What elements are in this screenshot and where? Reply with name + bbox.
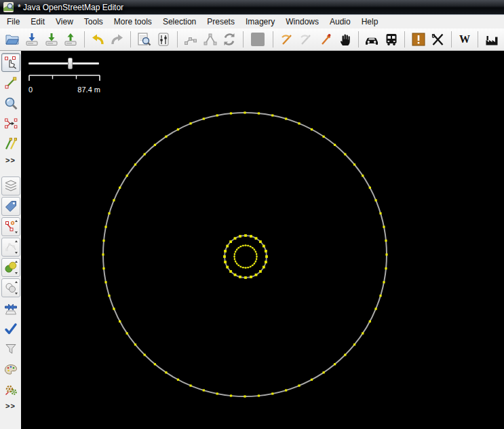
menu-audio[interactable]: Audio xyxy=(324,16,356,28)
hand-icon[interactable] xyxy=(335,30,355,50)
way-node[interactable] xyxy=(223,255,226,258)
hazard-icon[interactable] xyxy=(408,30,428,50)
preferences-icon[interactable] xyxy=(154,30,174,50)
way-node[interactable] xyxy=(344,153,346,155)
way-node[interactable] xyxy=(230,112,232,114)
menu-tools[interactable]: Tools xyxy=(79,16,109,28)
way-node[interactable] xyxy=(102,253,104,255)
way-node[interactable] xyxy=(245,244,246,246)
middle-way-circle[interactable] xyxy=(223,234,268,279)
way-node[interactable] xyxy=(252,265,253,266)
way-node[interactable] xyxy=(271,392,273,394)
zoom-slider-track[interactable] xyxy=(28,62,99,64)
way-node[interactable] xyxy=(134,343,136,346)
inner-way-circle[interactable] xyxy=(233,244,257,268)
menu-help[interactable]: Help xyxy=(356,16,384,28)
split-way-icon[interactable] xyxy=(200,30,220,50)
way-node[interactable] xyxy=(177,379,179,381)
way-node[interactable] xyxy=(369,320,371,322)
way-node[interactable] xyxy=(226,266,229,269)
way-node[interactable] xyxy=(374,307,376,310)
way-node[interactable] xyxy=(126,333,128,335)
menu-view[interactable]: View xyxy=(50,16,79,28)
way-node[interactable] xyxy=(229,270,232,273)
way-node[interactable] xyxy=(259,270,262,273)
way-node[interactable] xyxy=(244,234,247,237)
way-node[interactable] xyxy=(255,274,258,276)
relations-dialog-button[interactable] xyxy=(1,238,20,257)
way-node[interactable] xyxy=(238,247,239,248)
menu-file[interactable]: File xyxy=(1,16,25,28)
way-node[interactable] xyxy=(236,249,237,250)
way-node[interactable] xyxy=(113,307,115,310)
way-node[interactable] xyxy=(216,114,218,116)
way-node[interactable] xyxy=(108,295,110,297)
palette-dialog-button[interactable] xyxy=(1,360,20,379)
way-node[interactable] xyxy=(144,153,146,155)
map-view[interactable]: 0 87.4 m xyxy=(21,51,504,429)
way-node[interactable] xyxy=(265,261,267,263)
way-node[interactable] xyxy=(234,274,237,276)
car-icon[interactable] xyxy=(362,30,382,50)
way-node[interactable] xyxy=(252,247,253,248)
layers-dialog-button[interactable] xyxy=(1,176,20,195)
way-node[interactable] xyxy=(263,266,265,269)
way-node[interactable] xyxy=(353,164,355,166)
way-node[interactable] xyxy=(165,371,167,373)
way-node[interactable] xyxy=(334,144,336,146)
more-edit-tools-button[interactable]: >> xyxy=(5,155,16,166)
way-node[interactable] xyxy=(263,245,265,248)
way-node[interactable] xyxy=(216,392,218,394)
way-node[interactable] xyxy=(165,136,167,138)
way-node[interactable] xyxy=(244,276,247,279)
factory-icon[interactable] xyxy=(482,30,501,50)
dialog-spinner[interactable] xyxy=(14,220,19,234)
way-node[interactable] xyxy=(250,235,252,238)
way-node[interactable] xyxy=(323,371,325,373)
way-node[interactable] xyxy=(229,240,232,243)
way-node[interactable] xyxy=(134,164,136,166)
dialog-spinner[interactable] xyxy=(14,261,19,274)
way-node[interactable] xyxy=(126,174,128,176)
way-node[interactable] xyxy=(242,267,244,268)
titlebar[interactable]: * Java OpenStreetMap Editor xyxy=(0,0,504,15)
way-node[interactable] xyxy=(385,267,387,269)
menu-imagery[interactable]: Imagery xyxy=(240,16,280,28)
way-node[interactable] xyxy=(250,276,252,278)
way-node[interactable] xyxy=(255,251,256,253)
way-node[interactable] xyxy=(265,255,268,258)
redo-icon[interactable] xyxy=(107,30,127,50)
way-node[interactable] xyxy=(255,261,256,262)
way-node[interactable] xyxy=(256,259,257,260)
way-node[interactable] xyxy=(271,114,273,116)
way-node[interactable] xyxy=(239,235,241,238)
way-node[interactable] xyxy=(234,253,235,255)
plugins-dialog-button[interactable] xyxy=(1,380,20,399)
way-node[interactable] xyxy=(119,187,121,189)
way-node[interactable] xyxy=(233,256,235,257)
way-node[interactable] xyxy=(385,240,387,242)
way-node[interactable] xyxy=(250,246,251,247)
undo-icon[interactable] xyxy=(88,30,108,50)
way-node[interactable] xyxy=(353,343,355,346)
more-dialogs-button[interactable]: >> xyxy=(5,400,16,411)
way-node[interactable] xyxy=(235,261,236,262)
menu-more-tools[interactable]: More tools xyxy=(109,16,157,28)
way-node[interactable] xyxy=(334,363,336,365)
conflict-dialog-button[interactable] xyxy=(1,299,20,318)
way-node[interactable] xyxy=(224,250,227,253)
upload-data-icon[interactable] xyxy=(61,30,81,50)
way-node[interactable] xyxy=(298,384,300,386)
menu-edit[interactable]: Edit xyxy=(25,16,50,28)
way-node[interactable] xyxy=(255,237,258,240)
check-dialog-button[interactable] xyxy=(1,319,20,338)
way-node[interactable] xyxy=(238,265,239,266)
parallel-way-tool[interactable] xyxy=(1,134,20,153)
way-node[interactable] xyxy=(203,389,205,391)
way-node[interactable] xyxy=(244,111,246,113)
download-data-icon[interactable] xyxy=(22,30,42,50)
way-node[interactable] xyxy=(102,267,104,269)
imagery-layer-icon[interactable] xyxy=(247,30,270,50)
way-node[interactable] xyxy=(311,128,313,130)
way-node[interactable] xyxy=(383,281,385,283)
